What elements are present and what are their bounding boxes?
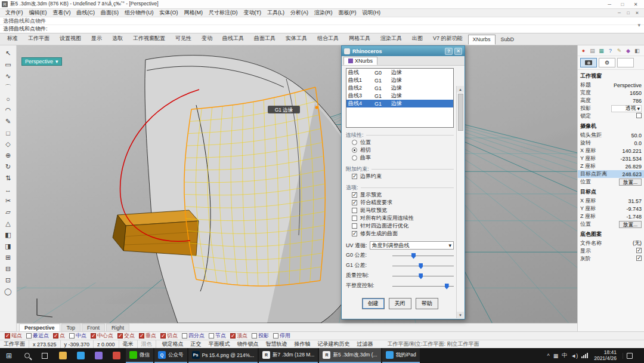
create-button[interactable]: 创建 <box>362 298 385 309</box>
boolean-union-icon[interactable]: ⊕ <box>2 150 15 161</box>
status-toggle-记录建构历史[interactable]: 记录建构历史 <box>318 340 350 348</box>
property-value[interactable]: 1650 <box>611 90 642 96</box>
checkbox-icon[interactable] <box>252 333 257 339</box>
mdi-minimize-icon[interactable]: ─ <box>615 10 624 16</box>
arc-icon[interactable]: ⌒ <box>2 82 15 93</box>
scroll-down-icon[interactable]: ▼ <box>457 312 464 318</box>
dialog-close-icon[interactable]: ✕ <box>454 48 462 55</box>
place-button[interactable]: 放置... <box>619 179 642 186</box>
extrude-icon[interactable]: △ <box>2 218 15 229</box>
layer-blend-label[interactable]: 混色 <box>138 340 156 348</box>
menu-item[interactable]: 变动(T) <box>241 9 265 17</box>
checkbox-icon[interactable] <box>26 333 32 339</box>
ime-indicator[interactable]: 中 <box>562 352 567 359</box>
toolbar-tab-标准[interactable]: 标准 <box>2 33 23 45</box>
panel-tab-help[interactable]: ? <box>607 47 614 54</box>
menu-item[interactable]: 实体(O) <box>157 9 181 17</box>
select-icon[interactable]: ↖ <box>2 48 15 59</box>
dialog-option-0[interactable]: 显示预览 <box>346 191 454 199</box>
slider-3[interactable] <box>392 282 454 290</box>
dialog-title-bar[interactable]: Rhinoceros ? ✕ <box>342 46 465 56</box>
start-button[interactable]: ⊞ <box>0 348 18 363</box>
slider-1[interactable] <box>392 262 454 269</box>
move-horizontal-icon[interactable]: ↔ <box>2 184 15 195</box>
close-button[interactable]: 关闭 <box>389 298 411 309</box>
search-icon[interactable] <box>18 348 36 363</box>
checkbox-icon[interactable] <box>182 333 187 339</box>
property-value[interactable]: 50.0 <box>611 133 642 139</box>
command-prompt[interactable]: 选择曲线和点物件: <box>0 25 644 33</box>
trim-icon[interactable]: ✂ <box>2 195 15 207</box>
polygon-icon[interactable]: ◇ <box>2 139 15 150</box>
checkbox-icon[interactable] <box>352 208 357 213</box>
viewport-settings-button[interactable]: ⚙ <box>599 58 615 67</box>
help-button[interactable]: 帮助 <box>416 298 438 309</box>
checkbox-icon[interactable] <box>352 174 357 179</box>
osnap-点[interactable]: 点 <box>53 332 65 340</box>
constraint-option-0[interactable]: 边界约束 <box>346 173 454 180</box>
uv-follows-dropdown[interactable]: 角度到调整曲线 ▾ <box>370 241 454 250</box>
toolbar-tab-组合工具[interactable]: 组合工具 <box>312 33 343 45</box>
property-value[interactable]: -1.748 <box>611 214 642 220</box>
menu-item[interactable]: 曲线(C) <box>74 9 98 17</box>
panel-tab-properties[interactable]: ● <box>580 47 587 54</box>
checkbox-icon[interactable] <box>273 333 278 339</box>
boolean-difference-icon[interactable]: ⊟ <box>2 263 15 275</box>
taskbar-window-3[interactable]: PsPs 15.4.png @ 214%... <box>188 348 258 363</box>
cplane-button[interactable]: 工作平面 <box>0 340 29 348</box>
toolbar-tab-选取[interactable]: 选取 <box>107 33 128 45</box>
status-toggle-过滤器[interactable]: 过滤器 <box>357 340 373 348</box>
move-vertical-icon[interactable]: ⇅ <box>2 173 15 184</box>
close-icon[interactable]: ✕ <box>629 1 642 8</box>
slider-0[interactable] <box>392 252 454 259</box>
taskbar-window-6[interactable]: 我的iPad <box>382 348 420 363</box>
panel-tab-materials[interactable]: ◆ <box>625 47 631 54</box>
viewport-title-menu[interactable]: Perspective ▾ <box>21 57 62 66</box>
osnap-交点[interactable]: 交点 <box>117 332 135 340</box>
property-value[interactable]: -9.743 <box>611 206 642 212</box>
viewport-tab-Right[interactable]: Right <box>106 324 129 331</box>
viewport-tab-Perspective[interactable]: Perspective <box>19 324 60 331</box>
taskbar-window-2[interactable]: Q公众号 <box>154 348 187 363</box>
network-icon[interactable] <box>581 353 588 358</box>
mdi-restore-icon[interactable]: □ <box>624 10 633 16</box>
volume-icon[interactable]: ◄) <box>571 353 578 359</box>
toolbar-tab-曲线工具[interactable]: 曲线工具 <box>218 33 249 45</box>
slider-handle[interactable] <box>419 263 423 269</box>
toolbar-tab-V7 的新功能[interactable]: V7 的新功能 <box>428 33 467 45</box>
checkbox-icon[interactable] <box>352 192 357 198</box>
grid-snap-icon[interactable]: ⊞ <box>2 252 15 263</box>
checkbox-icon[interactable] <box>160 333 166 339</box>
menu-item[interactable]: 网格(M) <box>181 9 206 17</box>
checkbox-icon[interactable] <box>117 333 123 339</box>
toolbar-tab-显示[interactable]: 显示 <box>86 33 107 45</box>
arc-blend-icon[interactable]: ◠ <box>2 104 15 116</box>
status-toggle-物件锁点[interactable]: 物件锁点 <box>237 340 259 348</box>
clock[interactable]: 18:41 2021/4/26 <box>592 350 619 361</box>
osnap-切点[interactable]: 切点 <box>160 332 178 340</box>
menu-item[interactable]: 渲染(R) <box>311 9 336 17</box>
toolbar-tab-出图[interactable]: 出图 <box>407 33 428 45</box>
edge-constraint-list[interactable]: 曲线G0边缘曲线1G1边缘曲线2G1边缘曲线3G1边缘曲线4G1边缘 <box>346 68 454 128</box>
radio-icon[interactable] <box>352 147 357 153</box>
rectangle-icon[interactable]: □ <box>2 127 15 139</box>
continuity-option-曲率[interactable]: 曲率 <box>346 154 454 162</box>
toolbar-tab-设置视图[interactable]: 设置视图 <box>55 33 86 45</box>
toolbar-tab-变动[interactable]: 变动 <box>197 33 217 45</box>
dialog-help-icon[interactable]: ? <box>445 48 453 55</box>
osnap-四分点[interactable]: 四分点 <box>182 332 205 340</box>
property-value[interactable]: -231.534 <box>611 156 642 162</box>
viewport-tab-Front[interactable]: Front <box>82 324 105 331</box>
perspective-viewport[interactable]: G1 边缘 Perspective ▾ <box>17 45 577 323</box>
menu-item[interactable]: 工具(L) <box>264 9 287 17</box>
menu-item[interactable]: 查看(V) <box>50 9 74 17</box>
toolbar-tab-可见性[interactable]: 可见性 <box>171 33 196 45</box>
taskbar-window-1[interactable]: 微信 <box>126 348 153 363</box>
point-grid-icon[interactable]: ⊡ <box>2 275 15 286</box>
checkbox-icon[interactable] <box>139 333 144 339</box>
menu-item[interactable]: 分析(A) <box>287 9 311 17</box>
panel-tab-display[interactable]: ▦ <box>598 47 605 54</box>
split-right-icon[interactable]: ◨ <box>2 241 15 252</box>
scrollbar-thumb[interactable] <box>458 94 463 131</box>
osnap-中心点[interactable]: 中心点 <box>91 332 113 340</box>
